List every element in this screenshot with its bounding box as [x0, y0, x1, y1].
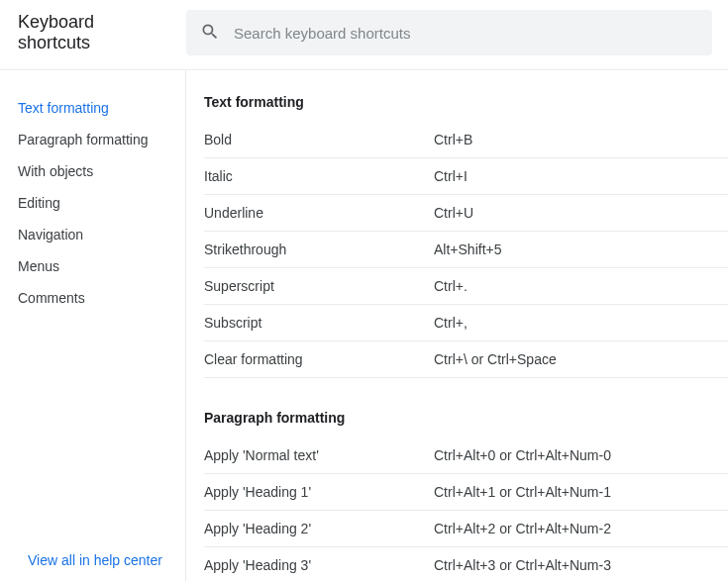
shortcut-row: Apply 'Heading 1'Ctrl+Alt+1 or Ctrl+Alt+…: [204, 474, 728, 511]
sidebar-item-4[interactable]: Navigation: [16, 219, 185, 250]
shortcut-keys: Ctrl+Alt+1 or Ctrl+Alt+Num-1: [434, 484, 728, 500]
shortcut-label: Apply 'Normal text': [204, 447, 434, 463]
shortcut-row: Apply 'Normal text'Ctrl+Alt+0 or Ctrl+Al…: [204, 437, 728, 474]
shortcut-label: Superscript: [204, 278, 434, 294]
nav-list: Text formattingParagraph formattingWith …: [16, 92, 185, 314]
shortcut-label: Bold: [204, 132, 434, 147]
sidebar-item-6[interactable]: Comments: [16, 282, 185, 314]
shortcut-keys: Ctrl+.: [434, 278, 728, 294]
help-center-link[interactable]: View all in help center: [28, 552, 162, 568]
sidebar-item-5[interactable]: Menus: [16, 250, 185, 282]
shortcut-keys: Ctrl+U: [434, 205, 728, 221]
shortcut-row: UnderlineCtrl+U: [204, 195, 728, 232]
shortcut-label: Apply 'Heading 2': [204, 521, 434, 536]
shortcut-keys: Alt+Shift+5: [434, 242, 728, 257]
shortcut-label: Subscript: [204, 315, 434, 331]
search-box[interactable]: [186, 10, 712, 55]
sidebar-item-1[interactable]: Paragraph formatting: [16, 124, 185, 155]
search-input[interactable]: [234, 25, 698, 42]
shortcut-row: ItalicCtrl+I: [204, 158, 728, 195]
section-title: Paragraph formatting: [204, 410, 728, 426]
shortcut-row: Apply 'Heading 3'Ctrl+Alt+3 or Ctrl+Alt+…: [204, 547, 728, 581]
shortcut-row: Clear formattingCtrl+\ or Ctrl+Space: [204, 341, 728, 378]
shortcut-row: BoldCtrl+B: [204, 122, 728, 158]
shortcut-keys: Ctrl+Alt+0 or Ctrl+Alt+Num-0: [434, 447, 728, 463]
shortcut-label: Apply 'Heading 1': [204, 484, 434, 500]
header: Keyboard shortcuts: [0, 0, 728, 70]
shortcut-row: Apply 'Heading 2'Ctrl+Alt+2 or Ctrl+Alt+…: [204, 511, 728, 547]
body: Text formattingParagraph formattingWith …: [0, 70, 728, 581]
sidebar: Text formattingParagraph formattingWith …: [0, 70, 186, 581]
sidebar-item-2[interactable]: With objects: [16, 155, 185, 187]
search-icon: [200, 22, 220, 45]
sidebar-item-0[interactable]: Text formatting: [16, 92, 185, 124]
shortcut-row: StrikethroughAlt+Shift+5: [204, 232, 728, 268]
shortcut-keys: Ctrl+Alt+2 or Ctrl+Alt+Num-2: [434, 521, 728, 536]
section-1: Paragraph formattingApply 'Normal text'C…: [204, 410, 728, 581]
section-0: Text formattingBoldCtrl+BItalicCtrl+IUnd…: [204, 94, 728, 378]
sidebar-item-3[interactable]: Editing: [16, 187, 185, 219]
shortcut-row: SubscriptCtrl+,: [204, 305, 728, 341]
shortcut-keys: Ctrl+\ or Ctrl+Space: [434, 351, 728, 367]
shortcut-keys: Ctrl+I: [434, 168, 728, 184]
section-title: Text formatting: [204, 94, 728, 110]
shortcut-label: Underline: [204, 205, 434, 221]
shortcut-label: Apply 'Heading 3': [204, 557, 434, 573]
shortcut-label: Italic: [204, 168, 434, 184]
shortcut-keys: Ctrl+B: [434, 132, 728, 147]
shortcut-keys: Ctrl+,: [434, 315, 728, 331]
shortcut-label: Clear formatting: [204, 351, 434, 367]
shortcut-row: SuperscriptCtrl+.: [204, 268, 728, 305]
page-title: Keyboard shortcuts: [16, 12, 186, 53]
content: Text formattingBoldCtrl+BItalicCtrl+IUnd…: [186, 70, 728, 581]
shortcut-keys: Ctrl+Alt+3 or Ctrl+Alt+Num-3: [434, 557, 728, 573]
shortcut-label: Strikethrough: [204, 242, 434, 257]
